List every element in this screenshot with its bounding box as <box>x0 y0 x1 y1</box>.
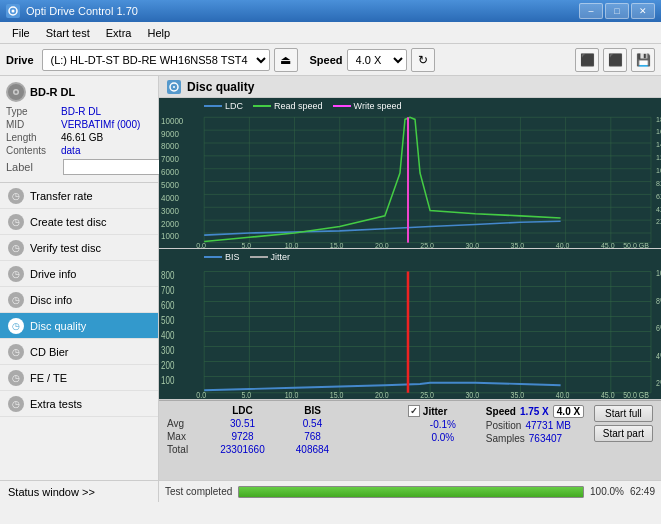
ldc-legend-color <box>204 105 222 107</box>
svg-text:700: 700 <box>161 285 174 296</box>
stats-bis-header: BIS <box>280 405 345 416</box>
status-window-button[interactable]: Status window >> <box>0 480 158 502</box>
nav-verify-test-disc[interactable]: ◷ Verify test disc <box>0 235 158 261</box>
minimize-button[interactable]: – <box>579 3 603 19</box>
verify-test-disc-icon: ◷ <box>8 240 24 256</box>
nav-fe-te[interactable]: ◷ FE / TE <box>0 365 158 391</box>
svg-rect-7 <box>159 98 661 248</box>
stats-avg-label: Avg <box>167 418 205 429</box>
nav-transfer-rate[interactable]: ◷ Transfer rate <box>0 183 158 209</box>
svg-text:6X: 6X <box>656 191 661 200</box>
save-button[interactable]: 💾 <box>631 48 655 72</box>
bottom-status-bar: Test completed 100.0% 62:49 <box>159 480 661 502</box>
start-full-button[interactable]: Start full <box>594 405 653 422</box>
transfer-rate-icon: ◷ <box>8 188 24 204</box>
start-part-button[interactable]: Start part <box>594 425 653 442</box>
disc-type-row: Type BD-R DL <box>6 106 152 117</box>
nav-extra-tests-label: Extra tests <box>30 398 82 410</box>
menu-extra[interactable]: Extra <box>98 25 140 41</box>
svg-point-6 <box>173 86 175 88</box>
settings-button1[interactable]: ⬛ <box>575 48 599 72</box>
position-row: Position 47731 MB <box>486 420 586 431</box>
jitter-checkbox[interactable] <box>408 405 420 417</box>
samples-row: Samples 763407 <box>486 433 586 444</box>
disc-quality-title: Disc quality <box>187 80 254 94</box>
svg-text:18X: 18X <box>656 114 661 123</box>
speed-label: Speed <box>486 406 516 417</box>
menu-file[interactable]: File <box>4 25 38 41</box>
speed-box: 4.0 X <box>553 405 584 418</box>
jitter-avg: -0.1% <box>408 419 478 430</box>
menu-help[interactable]: Help <box>139 25 178 41</box>
stats-ldc-header: LDC <box>205 405 280 416</box>
chart2-svg: 800 700 600 500 400 300 200 100 <box>159 249 661 399</box>
disc-type-value: BD-R DL <box>61 106 101 117</box>
svg-text:0.0: 0.0 <box>196 390 206 399</box>
svg-text:9000: 9000 <box>161 128 179 138</box>
stats-total-bis: 408684 <box>280 444 345 455</box>
svg-text:8000: 8000 <box>161 141 179 151</box>
nav-cd-bier[interactable]: ◷ CD Bier <box>0 339 158 365</box>
svg-text:16X: 16X <box>656 127 661 136</box>
refresh-button[interactable]: ↻ <box>411 48 435 72</box>
close-button[interactable]: ✕ <box>631 3 655 19</box>
create-test-disc-icon: ◷ <box>8 214 24 230</box>
svg-text:10%: 10% <box>656 269 661 279</box>
disc-icon <box>6 82 26 102</box>
stats-table: LDC BIS Avg 30.51 0.54 Max 9728 768 <box>167 405 404 455</box>
main-layout: BD-R DL Type BD-R DL MID VERBATIMf (000)… <box>0 76 661 502</box>
disc-info-icon: ◷ <box>8 292 24 308</box>
svg-text:40.0: 40.0 <box>556 241 570 248</box>
speed-row: Speed 1.75 X 4.0 X <box>486 405 586 418</box>
speed-label: Speed <box>310 54 343 66</box>
nav-create-test-disc[interactable]: ◷ Create test disc <box>0 209 158 235</box>
stats-total-row: Total 23301660 408684 <box>167 444 404 455</box>
svg-text:0.0: 0.0 <box>196 241 206 248</box>
drive-select[interactable]: (L:) HL-DT-ST BD-RE WH16NS58 TST4 <box>42 49 270 71</box>
samples-label: Samples <box>486 433 525 444</box>
nav-disc-info[interactable]: ◷ Disc info <box>0 287 158 313</box>
disc-mid-value: VERBATIMf (000) <box>61 119 140 130</box>
svg-point-1 <box>12 10 15 13</box>
svg-text:50.0 GB: 50.0 GB <box>623 390 649 399</box>
disc-label-row: Label ⚙ <box>6 158 152 176</box>
disc-contents-row: Contents data <box>6 145 152 156</box>
stats-max-row: Max 9728 768 <box>167 431 404 442</box>
drive-info-icon: ◷ <box>8 266 24 282</box>
settings-button2[interactable]: ⬛ <box>603 48 627 72</box>
eject-button[interactable]: ⏏ <box>274 48 298 72</box>
stats-header-row: LDC BIS <box>167 405 404 416</box>
nav-disc-quality[interactable]: ◷ Disc quality <box>0 313 158 339</box>
nav-drive-info[interactable]: ◷ Drive info <box>0 261 158 287</box>
chart1-container: LDC Read speed Write speed <box>159 98 661 249</box>
disc-panel-title: BD-R DL <box>30 86 75 98</box>
sidebar: BD-R DL Type BD-R DL MID VERBATIMf (000)… <box>0 76 159 502</box>
cd-bier-icon: ◷ <box>8 344 24 360</box>
stats-total-ldc: 23301660 <box>205 444 280 455</box>
maximize-button[interactable]: □ <box>605 3 629 19</box>
stats-max-ldc: 9728 <box>205 431 280 442</box>
disc-contents-value: data <box>61 145 80 156</box>
svg-text:3000: 3000 <box>161 205 179 215</box>
status-window-label: Status window >> <box>8 486 95 498</box>
disc-type-label: Type <box>6 106 61 117</box>
svg-text:300: 300 <box>161 345 174 356</box>
nav-items: ◷ Transfer rate ◷ Create test disc ◷ Ver… <box>0 183 158 480</box>
speed-select[interactable]: 4.0 X 1.0 X 2.0 X 6.0 X 8.0 X <box>347 49 407 71</box>
svg-text:30.0: 30.0 <box>465 241 479 248</box>
svg-text:25.0: 25.0 <box>420 390 434 399</box>
title-controls: – □ ✕ <box>579 3 655 19</box>
nav-extra-tests[interactable]: ◷ Extra tests <box>0 391 158 417</box>
svg-text:10.0: 10.0 <box>285 390 299 399</box>
jitter-max: 0.0% <box>408 432 478 443</box>
action-buttons: Start full Start part <box>594 405 653 442</box>
legend-jitter: Jitter <box>250 252 291 262</box>
svg-point-4 <box>15 91 18 94</box>
stats-right-panel: Jitter -0.1% 0.0% Speed 1.75 X 4.0 X <box>408 405 653 445</box>
status-text: Test completed <box>165 486 232 497</box>
nav-create-test-disc-label: Create test disc <box>30 216 106 228</box>
menu-start-test[interactable]: Start test <box>38 25 98 41</box>
menu-bar: File Start test Extra Help <box>0 22 661 44</box>
svg-text:400: 400 <box>161 330 174 341</box>
svg-text:15.0: 15.0 <box>330 241 344 248</box>
